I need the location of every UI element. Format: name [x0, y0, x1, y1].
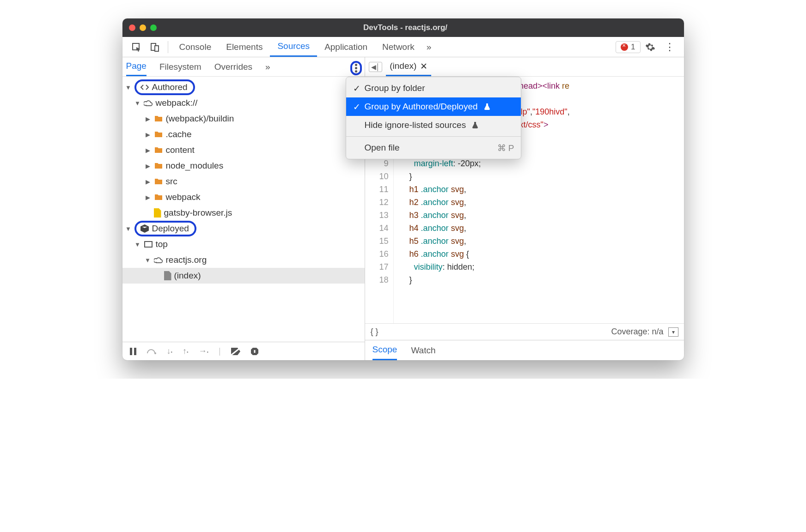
pretty-print-button[interactable]: { }: [371, 327, 379, 337]
file-tabs: ◀│ (index) ✕: [365, 57, 684, 77]
tree-group-authored[interactable]: ▼ Authored: [122, 79, 365, 95]
show-navigator-icon[interactable]: ◀│: [369, 62, 383, 72]
step-out-button[interactable]: ↑•: [183, 346, 189, 356]
folder-icon: [154, 177, 163, 186]
settings-gear-icon[interactable]: [641, 42, 660, 52]
svg-point-6: [154, 352, 156, 354]
navigator-panel: Page Filesystem Overrides » ✓ Group by f…: [122, 57, 365, 360]
folder-icon: [154, 114, 163, 123]
tree-label: content: [166, 145, 195, 155]
tab-network[interactable]: Network: [375, 37, 422, 57]
more-tabs-chevron-icon[interactable]: »: [422, 37, 436, 57]
tree-item-index[interactable]: (index): [122, 268, 365, 284]
tree-item-reactjs-org[interactable]: ▼reactjs.org: [122, 252, 365, 268]
menu-open-file[interactable]: Open file ⌘ P: [346, 139, 521, 157]
code-icon: [140, 83, 149, 92]
devtools-toolbar: Console Elements Sources Application Net…: [122, 37, 684, 57]
menu-label: Group by Authored/Deployed: [365, 102, 478, 112]
more-subtabs-chevron-icon[interactable]: »: [265, 62, 270, 72]
tab-elements[interactable]: Elements: [219, 37, 270, 57]
menu-label: Hide ignore-listed sources: [365, 120, 466, 130]
svg-rect-9: [254, 350, 255, 353]
tree-group-deployed[interactable]: ▼ Deployed: [122, 221, 365, 236]
errors-badge[interactable]: 1: [616, 41, 640, 53]
tab-application[interactable]: Application: [317, 37, 375, 57]
inspect-element-icon[interactable]: [127, 37, 146, 57]
tree-label: (index): [174, 271, 201, 281]
file-tab-label: (index): [390, 61, 416, 71]
tab-sources[interactable]: Sources: [270, 37, 317, 57]
experiment-flask-icon: [471, 121, 479, 129]
tree-label: node_modules: [166, 161, 224, 171]
svg-rect-3: [145, 242, 152, 247]
subtab-filesystem[interactable]: Filesystem: [159, 57, 202, 76]
svg-rect-5: [134, 348, 136, 355]
devtools-window: DevTools - reactjs.org/ Console Elements…: [122, 18, 684, 360]
tab-console[interactable]: Console: [172, 37, 219, 57]
editor-statusbar: { } Coverage: n/a ▾: [365, 323, 684, 340]
cloud-icon: [154, 255, 163, 265]
navigator-more-menu-button[interactable]: [350, 61, 362, 75]
menu-group-by-folder[interactable]: ✓ Group by folder: [346, 79, 521, 97]
tab-watch[interactable]: Watch: [411, 345, 435, 356]
menu-group-by-authored-deployed[interactable]: ✓ Group by Authored/Deployed: [346, 97, 521, 116]
expand-arrow-icon: ▼: [125, 225, 132, 232]
step-into-button[interactable]: ↓•: [167, 346, 173, 356]
svg-rect-4: [130, 348, 132, 355]
tree-label: top: [156, 239, 168, 249]
pause-on-exceptions-button[interactable]: [250, 347, 259, 356]
tree-item-webpack[interactable]: ▼ webpack://: [122, 95, 365, 111]
zoom-window-button[interactable]: [150, 24, 157, 31]
device-toggle-icon[interactable]: [146, 37, 164, 57]
tree-label: webpack://: [156, 98, 198, 108]
step-over-button[interactable]: [147, 348, 157, 355]
more-options-kebab-icon[interactable]: ⋮: [660, 41, 679, 53]
tree-label: Authored: [152, 82, 188, 92]
menu-label: Group by folder: [365, 83, 425, 93]
tree-item-content[interactable]: ▶content: [122, 142, 365, 158]
tree-item-buildin[interactable]: ▶(webpack)/buildin: [122, 111, 365, 127]
folder-icon: [154, 161, 163, 170]
tree-item-gatsby-browser[interactable]: gatsby-browser.js: [122, 205, 365, 221]
expand-arrow-icon: ▼: [125, 84, 132, 91]
minimize-window-button[interactable]: [140, 24, 146, 31]
folder-icon: [154, 130, 163, 139]
subtab-page[interactable]: Page: [126, 57, 147, 76]
expand-arrow-icon: ▼: [134, 100, 141, 107]
tree-item-src[interactable]: ▶src: [122, 174, 365, 189]
error-icon: [621, 43, 628, 51]
pause-button[interactable]: [130, 348, 136, 355]
experiment-flask-icon: [483, 103, 491, 110]
window-titlebar: DevTools - reactjs.org/: [122, 18, 684, 37]
tree-item-cache[interactable]: ▶.cache: [122, 127, 365, 142]
menu-hide-ignore-listed[interactable]: Hide ignore-listed sources: [346, 116, 521, 134]
navigator-subtabs: Page Filesystem Overrides » ✓ Group by f…: [122, 57, 365, 77]
tree-label: src: [166, 176, 177, 187]
folder-icon: [154, 193, 163, 202]
close-tab-icon[interactable]: ✕: [420, 61, 427, 72]
tree-item-webpack-folder[interactable]: ▶webpack: [122, 189, 365, 205]
tree-label: (webpack)/buildin: [166, 114, 234, 124]
show-console-button[interactable]: ▾: [668, 327, 678, 337]
keyboard-shortcut: ⌘ P: [497, 143, 514, 153]
subtab-overrides[interactable]: Overrides: [214, 57, 252, 76]
menu-label: Open file: [365, 143, 400, 153]
close-window-button[interactable]: [129, 24, 135, 31]
tab-scope[interactable]: Scope: [372, 340, 397, 360]
tree-item-node-modules[interactable]: ▶node_modules: [122, 158, 365, 174]
deactivate-breakpoints-button[interactable]: [231, 348, 240, 355]
folder-icon: [154, 145, 163, 155]
step-button[interactable]: →•: [199, 346, 209, 356]
tree-item-top[interactable]: ▼top: [122, 236, 365, 252]
tree-label: Deployed: [152, 224, 189, 234]
tree-label: webpack: [166, 192, 201, 202]
traffic-lights: [129, 24, 157, 31]
file-tab-index[interactable]: (index) ✕: [386, 57, 431, 76]
js-file-icon: [154, 208, 161, 218]
error-count: 1: [631, 42, 635, 52]
file-tree: ▼ Authored ▼ webpack:// ▶(webpack)/build…: [122, 77, 365, 342]
navigator-options-menu: ✓ Group by folder ✓ Group by Authored/De…: [346, 77, 521, 159]
tree-label: .cache: [166, 129, 192, 139]
cloud-icon: [144, 98, 153, 108]
debugger-controls: ↓• ↑• →• |: [122, 342, 365, 360]
